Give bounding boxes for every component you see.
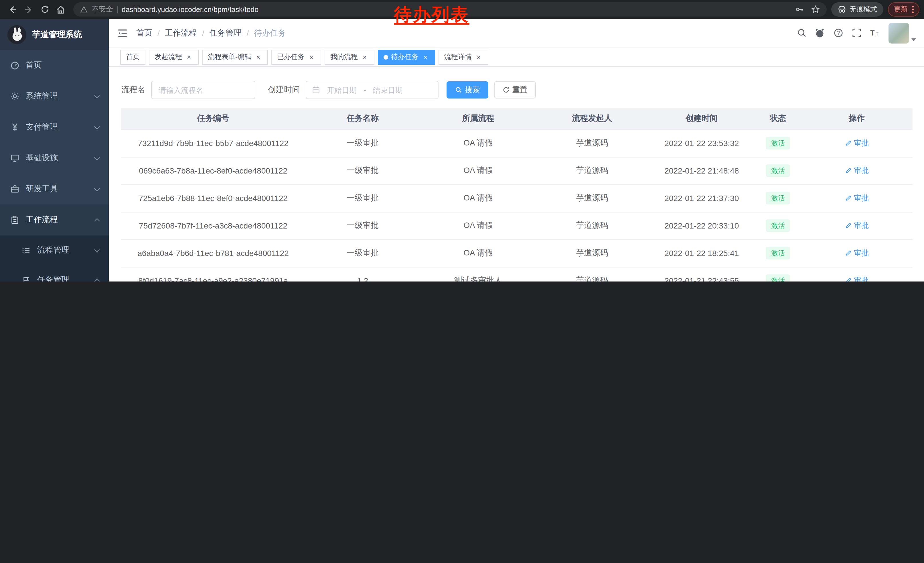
cell-task-id: 725a1eb6-7b88-11ec-8ef0-acde48001122 — [122, 185, 305, 212]
close-icon[interactable]: × — [422, 53, 429, 61]
edit-pen-icon — [845, 167, 852, 174]
forward-icon[interactable] — [21, 2, 37, 18]
table-row: 8f0d1619-7ac8-11ec-a9e2-a2380e71991a 1.2… — [122, 267, 912, 281]
approve-link[interactable]: 审批 — [845, 221, 869, 231]
chevron-down-icon — [94, 93, 100, 98]
incognito-icon — [837, 5, 846, 14]
tab-process-detail[interactable]: 流程详情 × — [438, 50, 488, 65]
edit-pen-icon — [845, 195, 852, 201]
navbar-actions: ? TT — [792, 23, 924, 43]
user-menu[interactable] — [888, 23, 916, 43]
close-icon[interactable]: × — [254, 53, 262, 61]
top-navbar: 首页 / 工作流程 / 任务管理 / 待办任务 ? — [109, 19, 924, 48]
back-icon[interactable] — [4, 2, 21, 18]
list-icon — [21, 245, 31, 255]
edit-pen-icon — [845, 250, 852, 257]
reset-button[interactable]: 重置 — [494, 81, 536, 99]
status-badge: 激活 — [766, 219, 790, 232]
cell-actions: 审批 — [801, 239, 912, 267]
edit-pen-icon — [845, 277, 852, 281]
cell-task-id: 069c6a63-7b8a-11ec-8ef0-acde48001122 — [122, 157, 305, 185]
search-icon[interactable] — [792, 24, 811, 42]
app-logo-row[interactable]: 芋道管理系统 — [0, 19, 109, 50]
cell-task-name: 1.2 — [305, 267, 420, 281]
close-icon[interactable]: × — [308, 53, 315, 61]
refresh-icon — [502, 87, 510, 93]
edit-pen-icon — [845, 140, 852, 147]
search-button[interactable]: 搜索 — [447, 81, 488, 99]
yen-icon — [10, 122, 20, 132]
tab-done-tasks[interactable]: 已办任务 × — [272, 50, 321, 65]
bookmark-star-icon[interactable] — [811, 5, 820, 14]
status-badge: 激活 — [766, 247, 790, 260]
filter-bar: 流程名 创建时间 - 搜索 — [122, 81, 912, 99]
address-bar[interactable]: 不安全 dashboard.yudao.iocoder.cn/bpm/task/… — [73, 2, 826, 17]
create-time-label: 创建时间 — [268, 85, 300, 95]
tab-my-process[interactable]: 我的流程 × — [325, 50, 374, 65]
font-size-icon[interactable]: TT — [866, 24, 884, 42]
close-icon[interactable]: × — [475, 53, 483, 61]
chevron-down-icon — [94, 246, 100, 252]
sidebar-item-infrastructure[interactable]: 基础设施 — [0, 143, 109, 174]
approve-link[interactable]: 审批 — [845, 193, 869, 203]
cell-created: 2022-01-22 23:53:32 — [648, 129, 755, 157]
reload-icon[interactable] — [37, 2, 52, 18]
home-icon[interactable] — [52, 2, 69, 18]
cell-created: 2022-01-21 22:43:55 — [648, 267, 755, 281]
svg-text:?: ? — [837, 30, 840, 36]
tab-start-process[interactable]: 发起流程 × — [149, 50, 199, 65]
process-name-input[interactable] — [151, 81, 255, 99]
sidebar: 芋道管理系统 首页 系统管理 支付管理 — [0, 19, 109, 281]
sidebar-item-payment-mgmt[interactable]: 支付管理 — [0, 112, 109, 143]
cell-process: OA 请假 — [420, 129, 536, 157]
approve-link[interactable]: 审批 — [845, 165, 869, 176]
status-badge: 激活 — [766, 137, 790, 150]
status-badge: 激活 — [766, 164, 790, 177]
task-table: 任务编号 任务名称 所属流程 流程发起人 创建时间 状态 操作 73211d9d… — [122, 108, 912, 281]
incognito-badge[interactable]: 无痕模式 — [831, 2, 884, 17]
cell-initiator: 芋道源码 — [536, 239, 648, 267]
help-icon[interactable]: ? — [829, 24, 847, 42]
table-row: 73211d9d-7b9b-11ec-b5b7-acde48001122 一级审… — [122, 129, 912, 157]
url-text: dashboard.yudao.iocoder.cn/bpm/task/todo — [122, 6, 258, 14]
tab-form-edit[interactable]: 流程表单-编辑 × — [202, 50, 268, 65]
sidebar-item-dev-tools[interactable]: 研发工具 — [0, 174, 109, 204]
sidebar-item-system-mgmt[interactable]: 系统管理 — [0, 81, 109, 112]
sidebar-collapse-icon[interactable] — [109, 19, 136, 47]
tab-todo-tasks[interactable]: 待办任务 × — [378, 50, 435, 65]
approve-link[interactable]: 审批 — [845, 248, 869, 258]
cell-initiator: 芋道源码 — [536, 267, 648, 281]
table-row: a6aba0a4-7b6d-11ec-b781-acde48001122 一级审… — [122, 239, 912, 267]
browser-menu-icon[interactable] — [912, 6, 914, 13]
sidebar-item-workflow[interactable]: 工作流程 — [0, 204, 109, 236]
browser-update-button[interactable]: 更新 — [888, 2, 920, 17]
cell-task-id: 8f0d1619-7ac8-11ec-a9e2-a2380e71991a — [122, 267, 305, 281]
date-range-picker[interactable]: - — [306, 81, 438, 99]
approve-link[interactable]: 审批 — [845, 138, 869, 148]
sidebar-item-process-mgmt[interactable]: 流程管理 — [0, 236, 109, 265]
page-content: 流程名 创建时间 - 搜索 — [109, 67, 924, 281]
svg-text:T: T — [870, 29, 874, 37]
task-table-body: 73211d9d-7b9b-11ec-b5b7-acde48001122 一级审… — [122, 129, 912, 281]
close-icon[interactable]: × — [361, 53, 369, 61]
github-icon[interactable] — [811, 24, 829, 42]
breadcrumb-current: 待办任务 — [254, 28, 286, 38]
dashboard-icon — [10, 60, 20, 70]
app-title: 芋道管理系统 — [32, 29, 82, 40]
close-icon[interactable]: × — [185, 53, 193, 61]
tab-home[interactable]: 首页 — [120, 50, 146, 65]
start-date-input[interactable] — [324, 86, 360, 94]
password-key-icon[interactable] — [795, 5, 804, 14]
chevron-down-icon — [911, 38, 916, 41]
chevron-up-icon — [94, 278, 100, 281]
search-icon — [455, 87, 462, 93]
breadcrumb-task-mgmt[interactable]: 任务管理 — [210, 28, 242, 38]
fullscreen-icon[interactable] — [847, 24, 866, 42]
breadcrumb-workflow[interactable]: 工作流程 — [165, 28, 197, 38]
sidebar-item-task-mgmt[interactable]: 任务管理 — [0, 265, 109, 281]
cell-created: 2022-01-22 18:25:41 — [648, 239, 755, 267]
approve-link[interactable]: 审批 — [845, 275, 869, 281]
end-date-input[interactable] — [369, 86, 406, 94]
sidebar-item-home[interactable]: 首页 — [0, 50, 109, 81]
breadcrumb-home[interactable]: 首页 — [136, 28, 152, 38]
